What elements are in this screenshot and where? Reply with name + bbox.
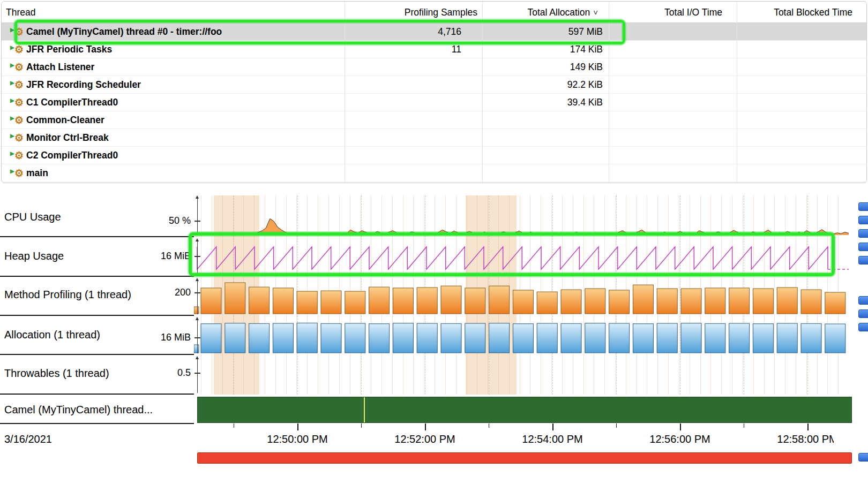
profiler-threads-view: ThreadProfiling SamplesTotal Allocation˅… bbox=[0, 0, 868, 484]
thread-gear-icon: ⚙▶ bbox=[10, 164, 26, 182]
time-label: 12:58:00 PM bbox=[777, 432, 834, 447]
total-allocation-cell: 174 KiB bbox=[482, 41, 609, 58]
lane-y-tick bbox=[194, 373, 200, 374]
time-tick-minor bbox=[361, 424, 362, 428]
total-allocation-cell bbox=[482, 147, 609, 164]
lane-action-button[interactable] bbox=[858, 229, 868, 238]
time-label: 12:52:00 PM bbox=[394, 432, 455, 447]
total-blocked-time-cell bbox=[737, 23, 867, 41]
profiling-samples-cell bbox=[345, 147, 482, 164]
column-header-profiling-samples[interactable]: Profiling Samples bbox=[345, 2, 482, 23]
thread-name-cell: ⚙▶JFR Periodic Tasks bbox=[2, 41, 345, 58]
thread-gear-icon: ⚙▶ bbox=[10, 147, 26, 164]
time-tick-minor bbox=[234, 424, 234, 428]
total-blocked-time-cell bbox=[737, 111, 867, 129]
lane-chart-cpu[interactable] bbox=[194, 195, 853, 236]
thread-gear-icon: ⚙▶ bbox=[10, 23, 26, 41]
column-header-total-allocation[interactable]: Total Allocation˅ bbox=[482, 2, 609, 23]
lane-label-thread-activity: Camel (MyTinyCamel) thread... bbox=[4, 402, 153, 417]
lane-y-tick bbox=[194, 221, 200, 222]
total-blocked-time-cell bbox=[737, 164, 867, 182]
profiling-samples-cell: 11 bbox=[345, 41, 482, 58]
lane-separator bbox=[0, 354, 194, 355]
chart-cpu bbox=[194, 195, 853, 236]
lane-action-button[interactable] bbox=[858, 216, 868, 224]
thread-name-cell: ⚙▶C2 CompilerThread0 bbox=[2, 147, 345, 164]
profiling-samples-cell bbox=[345, 94, 482, 111]
lane-y-axis bbox=[197, 197, 198, 236]
thread-name-cell: ⚙▶Common-Cleaner bbox=[2, 111, 345, 129]
total-io-time-cell bbox=[609, 94, 737, 111]
total-allocation-cell bbox=[482, 164, 609, 182]
lane-separator bbox=[0, 423, 194, 424]
lane-action-button[interactable] bbox=[858, 202, 868, 211]
total-blocked-time-cell bbox=[737, 58, 867, 76]
time-tick-minor bbox=[616, 424, 617, 428]
total-io-time-cell bbox=[609, 23, 737, 41]
lane-chart-heap[interactable] bbox=[194, 238, 853, 276]
chart-method bbox=[194, 278, 853, 315]
thread-gear-icon: ⚙▶ bbox=[10, 76, 26, 94]
column-divider bbox=[609, 2, 609, 183]
total-io-time-cell bbox=[609, 147, 737, 164]
total-allocation-cell: 92.2 KiB bbox=[482, 76, 609, 94]
sort-descending-icon: ˅ bbox=[593, 8, 598, 17]
lane-action-button[interactable] bbox=[858, 296, 868, 305]
profiling-samples-cell bbox=[345, 164, 482, 182]
lane-action-button[interactable] bbox=[858, 453, 868, 462]
thread-activity-band[interactable] bbox=[197, 397, 852, 423]
column-divider bbox=[345, 2, 345, 183]
event-marker bbox=[364, 397, 365, 422]
total-io-time-cell bbox=[609, 76, 737, 94]
total-allocation-cell: 597 MiB bbox=[482, 23, 609, 41]
total-blocked-time-cell bbox=[737, 147, 867, 164]
time-axis-ticks bbox=[198, 424, 852, 432]
total-allocation-cell: 39.4 KiB bbox=[482, 94, 609, 111]
profiling-samples-cell bbox=[345, 58, 482, 76]
time-tick-major bbox=[297, 424, 298, 430]
column-divider bbox=[737, 2, 737, 183]
time-label: 12:50:00 PM bbox=[267, 432, 327, 447]
time-label: 12:54:00 PM bbox=[522, 432, 582, 447]
lane-chart-method[interactable] bbox=[194, 278, 853, 315]
column-header-thread[interactable]: Thread bbox=[2, 2, 345, 23]
profiling-samples-cell bbox=[345, 111, 482, 129]
thread-gear-icon: ⚙▶ bbox=[10, 41, 26, 58]
thread-gear-icon: ⚙▶ bbox=[10, 111, 26, 129]
lane-action-button[interactable] bbox=[858, 323, 868, 331]
thread-name-cell: ⚙▶C1 CompilerThread0 bbox=[2, 94, 345, 111]
profiling-samples-cell bbox=[345, 76, 482, 94]
thread-name-cell: ⚙▶Monitor Ctrl-Break bbox=[2, 129, 345, 147]
column-header-total-i-o-time[interactable]: Total I/O Time bbox=[609, 2, 737, 23]
column-header-total-blocked-time[interactable]: Total Blocked Time bbox=[737, 2, 867, 23]
lane-y-tick bbox=[194, 256, 200, 257]
lane-axis-value-cpu: 50 % bbox=[80, 214, 191, 227]
time-tick-minor bbox=[489, 424, 489, 428]
lane-action-button[interactable] bbox=[858, 243, 868, 251]
timeline-range-scrollbar[interactable] bbox=[197, 452, 852, 464]
total-blocked-time-cell bbox=[737, 41, 867, 58]
chart-heap bbox=[194, 238, 853, 276]
lane-axis-value-method: 200 bbox=[80, 286, 191, 299]
lane-action-button[interactable] bbox=[858, 309, 868, 318]
lane-action-button[interactable] bbox=[858, 256, 868, 264]
total-allocation-cell bbox=[482, 129, 609, 147]
lane-chart-allocation[interactable] bbox=[194, 317, 853, 354]
total-io-time-cell bbox=[609, 111, 737, 129]
lane-label-heap: Heap Usage bbox=[4, 248, 64, 263]
total-io-time-cell bbox=[609, 164, 737, 182]
thread-table-panel: ThreadProfiling SamplesTotal Allocation˅… bbox=[1, 1, 867, 183]
lane-y-axis bbox=[197, 279, 198, 314]
thread-name-cell: ⚙▶JFR Recording Scheduler bbox=[2, 76, 345, 94]
lane-y-axis bbox=[197, 358, 198, 393]
lane-axis-value-heap: 16 MiB bbox=[80, 249, 191, 262]
lane-y-tick bbox=[194, 337, 200, 338]
time-label: 12:56:00 PM bbox=[649, 432, 710, 447]
lane-separator bbox=[0, 276, 194, 277]
profiling-samples-cell bbox=[345, 129, 482, 147]
thread-name-cell: ⚙▶Camel (MyTinyCamel) thread #0 - timer:… bbox=[2, 23, 345, 41]
total-allocation-cell bbox=[482, 111, 609, 129]
total-io-time-cell bbox=[609, 58, 737, 76]
lane-chart-throwables[interactable] bbox=[194, 356, 853, 394]
thread-gear-icon: ⚙▶ bbox=[10, 94, 26, 111]
